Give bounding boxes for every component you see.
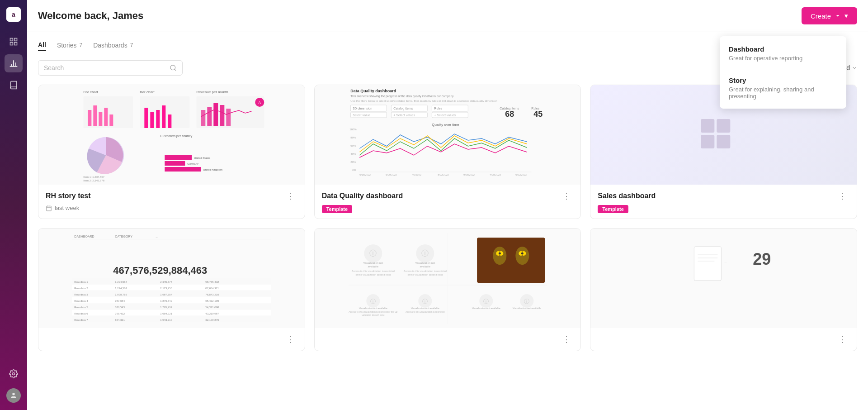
svg-rect-86 bbox=[701, 135, 715, 148]
svg-text:7/2/2022: 7/2/2022 bbox=[411, 173, 421, 176]
svg-text:Access to this visualization i: Access to this visualization is restrict… bbox=[351, 270, 394, 272]
svg-text:1,234,567: 1,234,567 bbox=[115, 287, 127, 290]
card-footer-bottom-2: ⋮ bbox=[315, 328, 581, 351]
app-logo[interactable]: a bbox=[6, 7, 21, 22]
svg-text:ⓘ: ⓘ bbox=[421, 249, 429, 257]
card-meta-rh: last week bbox=[46, 205, 297, 211]
card-more-button-bottom-3[interactable]: ⋮ bbox=[836, 334, 849, 345]
card-title-row-sales: Sales dashboard ⋮ bbox=[598, 190, 849, 202]
svg-rect-24 bbox=[162, 105, 165, 128]
tab-stories[interactable]: Stories 7 bbox=[57, 42, 82, 51]
svg-point-143 bbox=[515, 247, 529, 265]
svg-text:54,321,098: 54,321,098 bbox=[205, 306, 219, 309]
calendar-icon bbox=[46, 205, 52, 211]
svg-point-8 bbox=[13, 373, 15, 375]
card-footer-sales: Sales dashboard ⋮ Template bbox=[590, 185, 857, 219]
card-bottom-2[interactable]: ⓘ Visualization not available Access to … bbox=[314, 228, 581, 351]
card-preview-bottom-1: DASHBOARD CATEGORY ... 467,576,529,884,4… bbox=[38, 229, 305, 328]
svg-rect-18 bbox=[109, 114, 113, 126]
svg-text:Row data 2: Row data 2 bbox=[74, 287, 88, 290]
svg-text:Visualization not available: Visualization not available bbox=[359, 307, 387, 310]
svg-point-149 bbox=[521, 253, 523, 255]
card-title-sales: Sales dashboard bbox=[598, 192, 656, 200]
svg-text:Item 2: 2,345,678: Item 2: 2,345,678 bbox=[83, 179, 104, 182]
svg-rect-40 bbox=[165, 155, 192, 160]
svg-text:Row data 1: Row data 1 bbox=[74, 281, 88, 283]
card-more-button-bottom-1[interactable]: ⋮ bbox=[284, 334, 297, 345]
card-badge-sales: Template bbox=[598, 205, 849, 213]
svg-rect-16 bbox=[99, 112, 102, 126]
sidebar-item-home[interactable] bbox=[5, 33, 23, 51]
tab-all[interactable]: All bbox=[38, 41, 46, 51]
svg-text:Customers per country: Customers per country bbox=[160, 134, 192, 138]
svg-text:68: 68 bbox=[505, 110, 514, 119]
svg-text:Access to this visualization i: Access to this visualization is restrict… bbox=[349, 310, 398, 313]
create-dropdown: Dashboard Great for operative reporting … bbox=[720, 36, 846, 109]
svg-text:3D dimension: 3D dimension bbox=[353, 107, 372, 110]
settings-icon[interactable] bbox=[5, 365, 23, 383]
card-more-button-sales[interactable]: ⋮ bbox=[836, 190, 849, 202]
svg-text:1,765,432: 1,765,432 bbox=[160, 306, 172, 309]
card-more-button-dq[interactable]: ⋮ bbox=[560, 190, 573, 202]
svg-text:Row data 6: Row data 6 bbox=[74, 312, 88, 315]
sidebar-item-book[interactable] bbox=[5, 76, 23, 94]
svg-rect-1 bbox=[14, 38, 17, 41]
svg-rect-22 bbox=[150, 112, 154, 128]
card-bottom-3[interactable]: ... 29 ⋮ bbox=[590, 228, 857, 351]
chevron-down-icon bbox=[835, 13, 841, 19]
dropdown-item-dashboard[interactable]: Dashboard Great for operative reporting bbox=[720, 40, 846, 67]
search-input[interactable] bbox=[44, 64, 170, 72]
card-rh-story[interactable]: Bar chart Bar chart bbox=[38, 85, 305, 219]
svg-line-11 bbox=[175, 69, 176, 71]
sidebar-nav bbox=[5, 33, 23, 365]
svg-text:Data Quality dashboard: Data Quality dashboard bbox=[350, 89, 396, 93]
tab-dashboards[interactable]: Dashboards 7 bbox=[93, 42, 133, 51]
svg-text:Item 1: 1,234,567: Item 1: 1,234,567 bbox=[83, 176, 104, 178]
svg-text:765,432: 765,432 bbox=[115, 312, 125, 315]
header: Welcome back, James Create ▾ Dashboard G… bbox=[27, 0, 868, 32]
svg-text:available: available bbox=[420, 265, 430, 268]
svg-text:9/26/2022: 9/26/2022 bbox=[463, 173, 474, 176]
card-preview-rh: Bar chart Bar chart bbox=[38, 85, 305, 185]
svg-text:40%: 40% bbox=[350, 153, 356, 155]
svg-rect-141 bbox=[477, 238, 545, 283]
svg-text:United States: United States bbox=[194, 157, 210, 159]
card-more-button-rh[interactable]: ⋮ bbox=[284, 190, 297, 202]
svg-text:1,654,321: 1,654,321 bbox=[160, 312, 172, 315]
svg-text:987,654: 987,654 bbox=[115, 300, 125, 302]
svg-text:4/28/2023: 4/28/2023 bbox=[490, 173, 500, 176]
svg-rect-2 bbox=[10, 43, 13, 45]
card-more-button-bottom-2[interactable]: ⋮ bbox=[560, 334, 573, 345]
card-data-quality[interactable]: Data Quality dashboard This overview sho… bbox=[314, 85, 581, 219]
dropdown-dashboard-desc: Great for operative reporting bbox=[729, 55, 837, 62]
svg-text:Use the filters below to selec: Use the filters below to select specific… bbox=[350, 100, 497, 102]
svg-rect-34 bbox=[226, 109, 231, 126]
svg-text:A: A bbox=[258, 100, 261, 105]
svg-text:6/16/2022: 6/16/2022 bbox=[359, 173, 370, 176]
svg-text:Germany: Germany bbox=[187, 162, 198, 165]
search-icon bbox=[170, 64, 177, 72]
svg-text:43,210,987: 43,210,987 bbox=[205, 312, 219, 315]
dropdown-item-story[interactable]: Story Great for explaining, sharing and … bbox=[720, 71, 846, 105]
dropdown-divider bbox=[720, 69, 846, 69]
svg-text:876,543: 876,543 bbox=[115, 306, 125, 309]
svg-rect-87 bbox=[717, 135, 731, 148]
main-content: Welcome back, James Create ▾ Dashboard G… bbox=[27, 0, 868, 410]
svg-text:United Kingdom: United Kingdom bbox=[203, 168, 222, 171]
svg-text:65,432,109: 65,432,109 bbox=[205, 300, 219, 302]
svg-rect-42 bbox=[165, 167, 201, 172]
svg-point-9 bbox=[12, 393, 14, 395]
card-bottom-1[interactable]: DASHBOARD CATEGORY ... 467,576,529,884,4… bbox=[38, 228, 305, 351]
search-box[interactable] bbox=[38, 60, 183, 76]
user-avatar[interactable] bbox=[6, 388, 21, 403]
create-button[interactable]: Create ▾ bbox=[802, 7, 857, 24]
sort-chevron-icon bbox=[852, 65, 857, 71]
card-footer-dq: Data Quality dashboard ⋮ Template bbox=[315, 185, 581, 219]
svg-rect-30 bbox=[201, 110, 205, 126]
svg-rect-0 bbox=[10, 38, 13, 41]
svg-text:1,876,543: 1,876,543 bbox=[160, 300, 172, 302]
svg-text:1,987,654: 1,987,654 bbox=[160, 293, 172, 296]
card-title-dq: Data Quality dashboard bbox=[322, 192, 403, 200]
page-title: Welcome back, James bbox=[38, 10, 143, 22]
sidebar-item-chart[interactable] bbox=[5, 54, 23, 72]
